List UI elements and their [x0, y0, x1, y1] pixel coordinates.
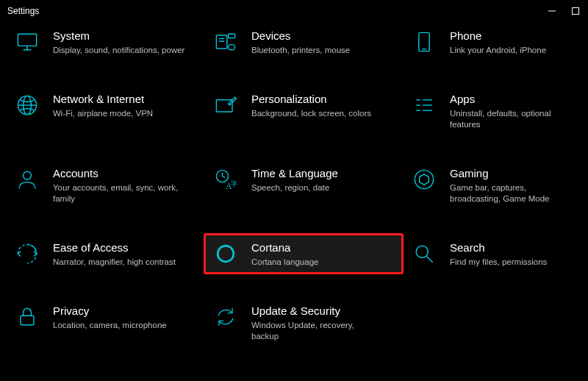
settings-grid: System Display, sound, notifications, po… [6, 22, 582, 348]
category-title: Cortana [251, 241, 318, 254]
category-title: Phone [450, 29, 546, 43]
svg-rect-32 [21, 316, 34, 325]
category-text: Phone Link your Android, iPhone [450, 28, 546, 56]
svg-text:字: 字 [231, 180, 237, 188]
ease-of-access-icon [13, 240, 41, 268]
category-desc: Narrator, magnifier, high contrast [53, 257, 176, 268]
category-desc: Speech, region, date [251, 182, 338, 193]
category-cortana[interactable]: Cortana Cortana language [204, 234, 403, 274]
category-text: Time & Language Speech, region, date [251, 165, 338, 193]
category-desc: Link your Android, iPhone [450, 45, 546, 56]
category-desc: Find my files, permissions [450, 257, 547, 268]
devices-icon [212, 28, 240, 56]
category-title: Devices [251, 29, 350, 43]
update-icon [212, 303, 240, 331]
category-text: Accounts Your accounts, email, sync, wor… [53, 165, 185, 204]
category-text: System Display, sound, notifications, po… [53, 28, 184, 56]
category-desc: Location, camera, microphone [53, 320, 167, 331]
privacy-icon [13, 303, 41, 331]
category-update-security[interactable]: Update & Security Windows Update, recove… [204, 297, 403, 348]
category-desc: Uninstall, defaults, optional features [450, 108, 564, 130]
minimize-button[interactable] [547, 6, 557, 16]
time-language-icon: A字 [212, 165, 240, 193]
category-time-language[interactable]: A字 Time & Language Speech, region, date [204, 160, 403, 210]
category-text: Privacy Location, camera, microphone [53, 303, 167, 331]
category-text: Cortana Cortana language [251, 240, 318, 268]
category-text: Update & Security Windows Update, recove… [251, 303, 384, 342]
svg-line-31 [427, 257, 433, 263]
svg-rect-8 [229, 34, 235, 38]
category-ease-of-access[interactable]: Ease of Access Narrator, magnifier, high… [6, 234, 204, 274]
cortana-icon [212, 240, 240, 268]
category-text: Gaming Game bar, captures, broadcasting,… [450, 165, 564, 204]
category-personalization[interactable]: Personalization Background, lock screen,… [204, 85, 403, 136]
svg-rect-2 [18, 34, 36, 46]
titlebar: Settings [0, 0, 588, 22]
category-text: Apps Uninstall, defaults, optional featu… [450, 91, 564, 130]
window-controls [547, 6, 581, 16]
category-desc: Display, sound, notifications, power [53, 45, 184, 56]
category-desc: Windows Update, recovery, backup [251, 320, 384, 342]
category-system[interactable]: System Display, sound, notifications, po… [6, 22, 204, 62]
category-title: Time & Language [251, 167, 338, 180]
category-apps[interactable]: Apps Uninstall, defaults, optional featu… [403, 85, 572, 136]
window-title: Settings [7, 6, 39, 16]
gaming-icon [410, 165, 438, 193]
category-text: Search Find my files, permissions [450, 240, 547, 268]
svg-point-29 [218, 246, 234, 262]
category-title: Accounts [53, 167, 185, 180]
svg-point-28 [415, 170, 433, 188]
category-title: Search [450, 241, 547, 254]
category-accounts[interactable]: Accounts Your accounts, email, sync, wor… [6, 160, 204, 210]
settings-content: System Display, sound, notifications, po… [0, 22, 588, 354]
svg-point-30 [416, 246, 428, 257]
svg-rect-1 [573, 8, 579, 15]
globe-icon [13, 91, 41, 119]
category-text: Personalization Background, lock screen,… [251, 91, 371, 119]
svg-line-25 [223, 177, 226, 178]
svg-rect-5 [216, 35, 226, 49]
category-text: Devices Bluetooth, printers, mouse [251, 28, 350, 56]
category-title: Network & Internet [53, 93, 153, 106]
category-desc: Bluetooth, printers, mouse [251, 45, 350, 56]
category-devices[interactable]: Devices Bluetooth, printers, mouse [204, 22, 403, 62]
category-desc: Game bar, captures, broadcasting, Game M… [450, 182, 564, 204]
category-phone[interactable]: Phone Link your Android, iPhone [403, 22, 572, 62]
category-desc: Cortana language [251, 257, 318, 268]
system-icon [13, 28, 41, 56]
category-title: System [53, 29, 184, 43]
phone-icon [410, 28, 438, 56]
category-gaming[interactable]: Gaming Game bar, captures, broadcasting,… [403, 160, 572, 210]
category-text: Network & Internet Wi-Fi, airplane mode,… [53, 91, 153, 119]
search-icon [410, 240, 438, 268]
category-search[interactable]: Search Find my files, permissions [403, 234, 572, 274]
svg-point-22 [24, 171, 32, 179]
maximize-button[interactable] [570, 6, 581, 16]
apps-icon [410, 91, 438, 119]
category-title: Personalization [251, 93, 371, 106]
personalization-icon [212, 91, 240, 119]
category-desc: Wi-Fi, airplane mode, VPN [53, 108, 153, 119]
category-text: Ease of Access Narrator, magnifier, high… [53, 240, 176, 268]
category-network[interactable]: Network & Internet Wi-Fi, airplane mode,… [6, 85, 204, 136]
category-desc: Background, lock screen, colors [251, 108, 371, 119]
category-title: Privacy [53, 305, 167, 318]
svg-rect-9 [229, 45, 235, 50]
category-title: Apps [450, 93, 564, 106]
category-privacy[interactable]: Privacy Location, camera, microphone [6, 297, 204, 348]
category-title: Update & Security [251, 305, 384, 318]
svg-rect-10 [419, 32, 429, 51]
accounts-icon [13, 165, 41, 193]
category-title: Ease of Access [53, 241, 176, 254]
category-desc: Your accounts, email, sync, work, family [53, 182, 185, 204]
category-title: Gaming [450, 167, 564, 180]
